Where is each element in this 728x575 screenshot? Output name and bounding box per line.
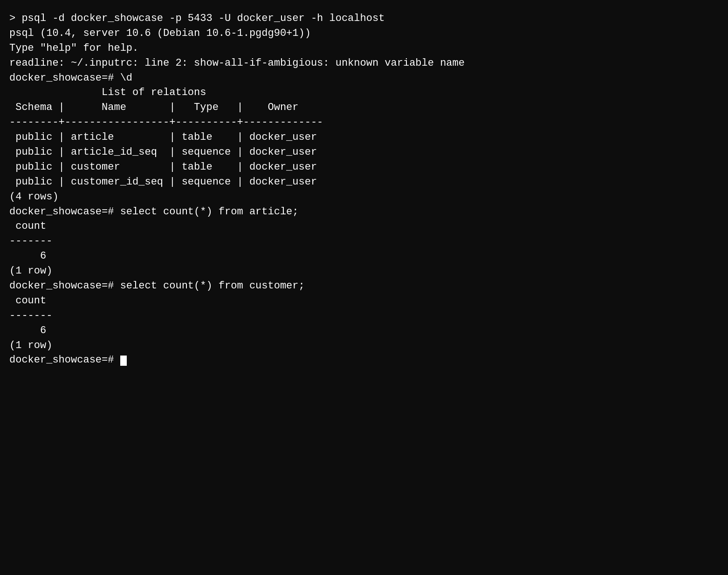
terminal-prompt: docker_showcase=# (9, 354, 120, 366)
terminal-line: (1 row) (9, 338, 719, 353)
terminal-line: Type "help" for help. (9, 41, 719, 56)
terminal-line: docker_showcase=# select count(*) from a… (9, 205, 719, 219)
terminal-line: public | article | table | docker_user (9, 130, 719, 145)
terminal-line: > psql -d docker_showcase -p 5433 -U doc… (9, 11, 719, 26)
terminal-line: public | customer_id_seq | sequence | do… (9, 175, 719, 190)
terminal-line: ------- (9, 234, 719, 249)
terminal-line: count (9, 219, 719, 234)
terminal-line: List of relations (9, 85, 719, 100)
terminal-line: psql (10.4, server 10.6 (Debian 10.6-1.p… (9, 26, 719, 41)
terminal-line: (1 row) (9, 264, 719, 279)
terminal-line: (4 rows) (9, 190, 719, 205)
terminal-line: 6 (9, 249, 719, 264)
terminal-line: public | customer | table | docker_user (9, 160, 719, 175)
terminal-line: docker_showcase=# select count(*) from c… (9, 279, 719, 294)
terminal-line: ------- (9, 308, 719, 323)
terminal-line: --------+-----------------+----------+--… (9, 115, 719, 130)
terminal-output: > psql -d docker_showcase -p 5433 -U doc… (9, 11, 719, 368)
terminal-line: readline: ~/.inputrc: line 2: show-all-i… (9, 56, 719, 71)
terminal-line: 6 (9, 323, 719, 338)
terminal-line: docker_showcase=# (9, 353, 719, 368)
terminal-cursor[interactable] (120, 356, 127, 366)
terminal-line: count (9, 294, 719, 308)
terminal-line: Schema | Name | Type | Owner (9, 100, 719, 115)
terminal-line: docker_showcase=# \d (9, 71, 719, 86)
terminal-line: public | article_id_seq | sequence | doc… (9, 145, 719, 160)
